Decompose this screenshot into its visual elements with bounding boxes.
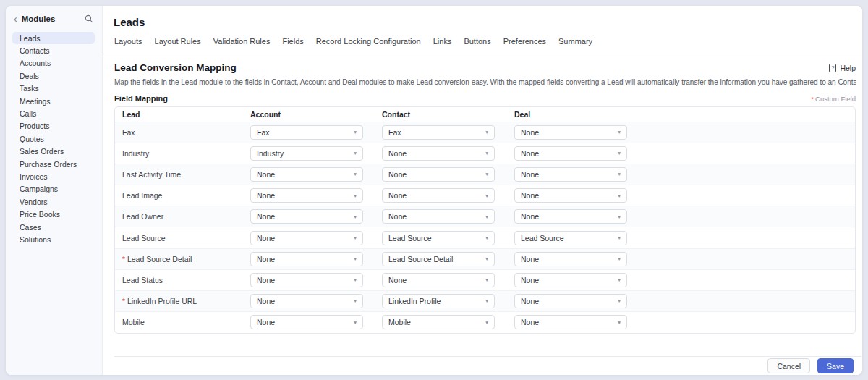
chevron-left-icon[interactable]: ‹ [14,15,17,22]
select-value: Lead Source [521,234,564,242]
deal-mapping-select[interactable]: None ▾ [514,209,627,224]
account-mapping-select[interactable]: None ▾ [250,294,363,308]
contact-mapping-cell: None ▾ [382,209,514,224]
sidebar-item[interactable]: Quotes [12,132,95,145]
sidebar-item-label: Vendors [20,198,48,206]
select-value: Fax [388,128,401,137]
chevron-down-icon: ▾ [354,235,357,241]
contact-mapping-select[interactable]: Mobile ▾ [382,315,495,329]
sidebar-header: ‹ Modules [6,14,102,30]
contact-mapping-cell: None ▾ [382,188,514,203]
chevron-down-icon: ▾ [485,235,488,241]
sidebar-item[interactable]: Accounts [12,57,95,69]
deal-mapping-cell: None ▾ [514,188,855,203]
save-button[interactable]: Save [817,358,854,373]
account-mapping-select[interactable]: Fax ▾ [250,125,363,140]
sidebar-item[interactable]: Products [12,120,95,132]
deal-mapping-select[interactable]: None ▾ [514,188,627,203]
contact-mapping-select[interactable]: None ▾ [382,167,495,182]
tab[interactable]: Fields [282,37,303,46]
lead-field-cell: *Lead Owner [115,212,250,221]
deal-mapping-select[interactable]: None ▾ [514,167,627,182]
deal-mapping-cell: None ▾ [514,252,855,266]
sidebar-item-label: Meetings [20,97,51,106]
account-mapping-select[interactable]: None ▾ [250,273,363,287]
deal-mapping-select[interactable]: None ▾ [514,146,627,161]
deal-mapping-select[interactable]: None ▾ [514,294,627,308]
sidebar-item[interactable]: Invoices [12,170,95,182]
tab[interactable]: Layouts [114,37,142,46]
contact-mapping-select[interactable]: Fax ▾ [382,125,495,140]
tab[interactable]: Links [433,37,452,46]
deal-mapping-select[interactable]: None ▾ [514,315,627,329]
account-mapping-select[interactable]: None ▾ [250,315,363,329]
tab[interactable]: Preferences [503,37,546,46]
sidebar-item[interactable]: Sales Orders [12,145,95,158]
lead-field-name: LinkedIn Profile URL [127,297,197,305]
sidebar-item-label: Accounts [20,59,51,67]
deal-mapping-select[interactable]: None ▾ [514,252,627,266]
account-mapping-select[interactable]: None ▾ [250,231,363,245]
contact-mapping-select[interactable]: Lead Source Detail ▾ [382,252,495,266]
deal-mapping-cell: None ▾ [514,167,855,182]
sidebar-item[interactable]: Tasks [12,83,95,95]
account-mapping-select[interactable]: None ▾ [250,167,363,182]
chevron-down-icon: ▾ [618,298,621,304]
tab[interactable]: Record Locking Configuration [316,37,421,46]
chevron-down-icon: ▾ [618,235,621,241]
footer-bar: Cancel Save [114,356,861,375]
chevron-down-icon: ▾ [618,320,621,326]
select-value: None [257,170,275,179]
cancel-button[interactable]: Cancel [767,358,810,373]
sidebar-item[interactable]: Vendors [12,195,95,208]
account-mapping-cell: None ▾ [250,252,382,266]
contact-mapping-cell: LinkedIn Profile ▾ [382,294,514,308]
contact-mapping-select[interactable]: LinkedIn Profile ▾ [382,294,495,308]
chevron-down-icon: ▾ [485,172,488,177]
chevron-down-icon: ▾ [354,298,357,304]
sidebar-item[interactable]: Calls [12,107,95,119]
sidebar-item[interactable]: Solutions [12,233,95,245]
sidebar-item[interactable]: Cases [12,221,95,233]
column-header-contact: Contact [382,110,514,119]
sidebar-item-label: Leads [20,34,41,43]
select-value: Mobile [388,318,411,326]
sidebar-item-label: Price Books [20,210,60,219]
sidebar-item[interactable]: Deals [12,69,95,82]
sidebar-item[interactable]: Campaigns [12,183,95,195]
contact-mapping-select[interactable]: None ▾ [382,273,495,287]
account-mapping-select[interactable]: None ▾ [250,188,363,203]
account-mapping-cell: Industry ▾ [250,146,382,161]
sidebar-item[interactable]: Price Books [12,208,95,220]
contact-mapping-select[interactable]: None ▾ [382,209,495,224]
table-row: *Lead Image None ▾ None ▾ None ▾ [115,185,855,206]
lead-field-cell: *Fax [115,128,250,137]
account-mapping-select[interactable]: None ▾ [250,209,363,224]
sidebar-item[interactable]: Contacts [12,44,95,56]
tab[interactable]: Validation Rules [213,37,271,46]
select-value: None [521,191,539,200]
deal-mapping-select[interactable]: None ▾ [514,273,627,287]
search-icon[interactable] [85,14,93,23]
select-value: Industry [257,149,284,158]
tab[interactable]: Summary [558,37,592,46]
sidebar-item-label: Products [20,122,49,130]
deal-mapping-select[interactable]: Lead Source ▾ [514,231,627,245]
tab[interactable]: Buttons [464,37,490,46]
account-mapping-select[interactable]: None ▾ [250,252,363,266]
contact-mapping-select[interactable]: Lead Source ▾ [382,231,495,245]
tab[interactable]: Layout Rules [155,37,201,46]
deal-mapping-select[interactable]: None ▾ [514,125,627,140]
table-row: *Lead Owner None ▾ None ▾ None ▾ [115,206,855,227]
sidebar-item[interactable]: Leads [12,32,95,44]
contact-mapping-select[interactable]: None ▾ [382,188,495,203]
account-mapping-select[interactable]: Industry ▾ [250,146,363,161]
sidebar-item-label: Quotes [20,135,44,143]
sidebar-item[interactable]: Purchase Orders [12,158,95,170]
deal-mapping-cell: None ▾ [514,209,855,224]
select-value: None [257,212,275,221]
help-button[interactable]: ? Help [829,64,856,72]
contact-mapping-select[interactable]: None ▾ [382,146,495,161]
chevron-down-icon: ▾ [354,277,357,283]
sidebar-item[interactable]: Meetings [12,95,95,107]
